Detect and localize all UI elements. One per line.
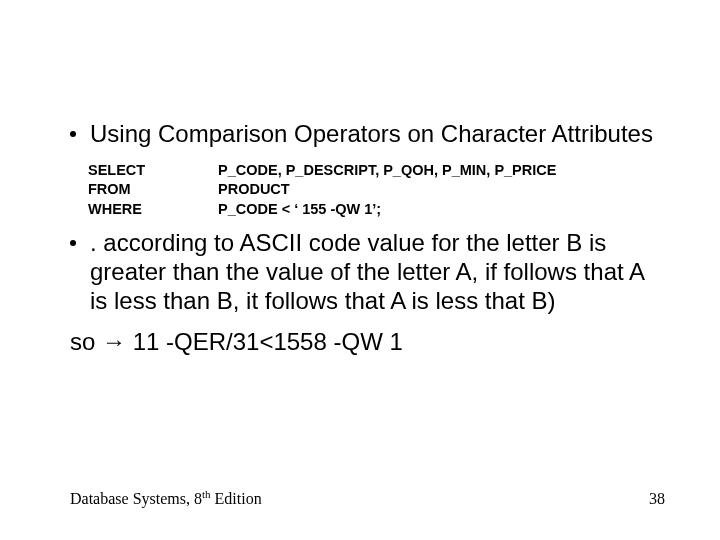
arrow-icon: → <box>102 328 126 357</box>
bullet-dot-icon <box>70 131 76 137</box>
footer-page-number: 38 <box>649 490 665 508</box>
so-prefix: so <box>70 328 102 355</box>
bullet-dot-icon <box>70 240 76 246</box>
sql-block: SELECT P_CODE, P_DESCRIPT, P_QOH, P_MIN,… <box>88 161 665 220</box>
bullet-text-2: . according to ASCII code value for the … <box>90 229 665 315</box>
sql-where-rest: P_CODE < ‘ 155 -QW 1’; <box>218 200 665 220</box>
bullet-text-1: Using Comparison Operators on Character … <box>90 120 665 149</box>
sql-select-row: SELECT P_CODE, P_DESCRIPT, P_QOH, P_MIN,… <box>88 161 665 181</box>
bullet-item-1: Using Comparison Operators on Character … <box>70 120 665 149</box>
so-rest: 11 -QER/31<1558 -QW 1 <box>126 328 403 355</box>
footer-book-prefix: Database Systems, 8 <box>70 490 202 507</box>
slide: Using Comparison Operators on Character … <box>0 0 720 540</box>
second-bullet-group: . according to ASCII code value for the … <box>70 229 665 356</box>
sql-select-rest: P_CODE, P_DESCRIPT, P_QOH, P_MIN, P_PRIC… <box>218 161 665 181</box>
bullet-item-2: . according to ASCII code value for the … <box>70 229 665 315</box>
footer-book-suffix: Edition <box>211 490 262 507</box>
so-line: so → 11 -QER/31<1558 -QW 1 <box>70 328 665 357</box>
sql-keyword-from: FROM <box>88 180 218 200</box>
content-area: Using Comparison Operators on Character … <box>70 120 665 357</box>
sql-from-rest: PRODUCT <box>218 180 665 200</box>
sql-keyword-select: SELECT <box>88 161 218 181</box>
footer-ordinal: th <box>202 488 211 500</box>
sql-keyword-where: WHERE <box>88 200 218 220</box>
footer-book: Database Systems, 8th Edition <box>70 488 262 508</box>
sql-from-row: FROM PRODUCT <box>88 180 665 200</box>
sql-where-row: WHERE P_CODE < ‘ 155 -QW 1’; <box>88 200 665 220</box>
